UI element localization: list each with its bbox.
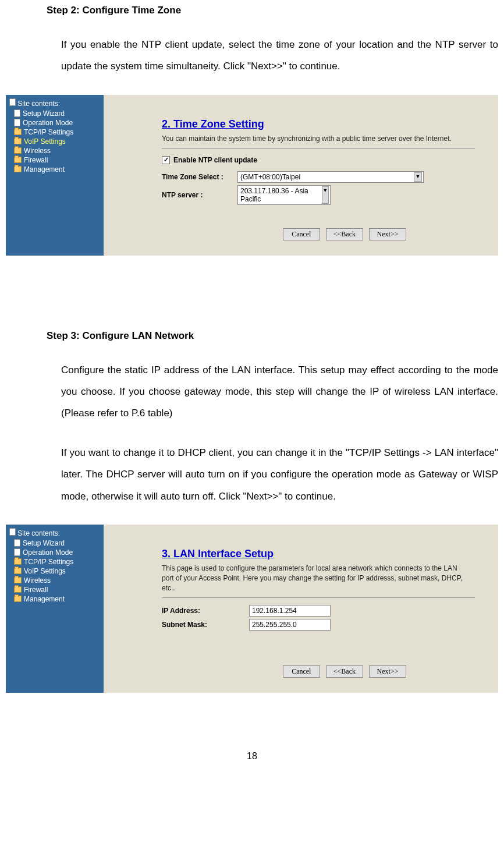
folder-icon	[14, 558, 22, 565]
sidebar-item-voip[interactable]: VoIP Settings	[8, 137, 101, 146]
sidebar-item-setup-wizard[interactable]: Setup Wizard	[8, 109, 101, 118]
cancel-button[interactable]: Cancel	[283, 228, 320, 240]
folder-icon	[14, 568, 22, 574]
chevron-down-icon: ▼	[414, 172, 422, 182]
sidebar-item-label: Wireless	[24, 147, 51, 155]
ntp-server-value: 203.117.180.36 - Asia Pacific	[240, 187, 320, 203]
sidebar-item-label: VoIP Settings	[24, 567, 66, 575]
step2-body: If you enable the NTP client update, sel…	[61, 34, 498, 77]
folder-icon	[14, 577, 22, 583]
ip-address-label: IP Address:	[162, 607, 249, 615]
separator	[162, 597, 475, 598]
next-button[interactable]: Next>>	[369, 228, 406, 240]
ntp-enable-checkbox[interactable]: ✓	[162, 156, 170, 164]
site-icon	[9, 528, 16, 536]
sidebar-item-label: Setup Wizard	[23, 539, 65, 547]
sidebar-item-label: Management	[24, 165, 65, 173]
subnet-mask-label: Subnet Mask:	[162, 621, 249, 629]
back-button[interactable]: <<Back	[326, 665, 363, 678]
sidebar-item-management[interactable]: Management	[8, 594, 101, 604]
panel-title: 2. Time Zone Setting	[162, 118, 475, 130]
site-icon	[9, 98, 16, 106]
sidebar-title-text: Site contents:	[17, 100, 60, 108]
next-button[interactable]: Next>>	[369, 665, 406, 678]
sidebar-item-setup-wizard[interactable]: Setup Wizard	[8, 539, 101, 548]
sidebar-item-wireless[interactable]: Wireless	[8, 146, 101, 155]
panel-desc: This page is used to configure the param…	[162, 564, 464, 593]
sidebar-item-firewall[interactable]: Firewall	[8, 155, 101, 165]
doc-icon	[14, 539, 20, 547]
folder-icon	[14, 147, 22, 154]
sidebar-item-tcpip[interactable]: TCP/IP Settings	[8, 128, 101, 137]
sidebar-item-wireless[interactable]: Wireless	[8, 576, 101, 585]
step2-title: Step 2: Configure Time Zone	[47, 5, 498, 16]
sidebar: Site contents: Setup Wizard Operation Mo…	[6, 525, 104, 693]
step3-title: Step 3: Configure LAN Network	[47, 330, 498, 342]
sidebar-item-label: TCP/IP Settings	[24, 558, 73, 566]
doc-icon	[14, 109, 20, 117]
screenshot-lan: Site contents: Setup Wizard Operation Mo…	[6, 525, 498, 693]
sidebar-item-management[interactable]: Management	[8, 165, 101, 174]
page-number: 18	[6, 751, 498, 773]
ntp-server-select[interactable]: 203.117.180.36 - Asia Pacific ▼	[237, 185, 331, 205]
panel-desc: You can maintain the system time by sync…	[162, 134, 464, 144]
cancel-button[interactable]: Cancel	[283, 665, 320, 678]
sidebar-title: Site contents:	[8, 528, 101, 537]
folder-icon	[14, 166, 22, 172]
screenshot-timezone: Site contents: Setup Wizard Operation Mo…	[6, 95, 498, 256]
sidebar-title-text: Site contents:	[17, 529, 60, 537]
sidebar-item-voip[interactable]: VoIP Settings	[8, 566, 101, 576]
folder-icon	[14, 138, 22, 144]
chevron-down-icon: ▼	[322, 186, 329, 204]
sidebar-item-label: Operation Mode	[23, 548, 73, 557]
folder-icon	[14, 596, 22, 602]
sidebar-item-label: Firewall	[24, 156, 48, 164]
doc-icon	[14, 548, 20, 556]
doc-icon	[14, 119, 20, 126]
folder-icon	[14, 586, 22, 593]
tz-select[interactable]: (GMT+08:00)Taipei ▼	[237, 171, 424, 183]
sidebar-item-label: Firewall	[24, 586, 48, 594]
sidebar-item-label: TCP/IP Settings	[24, 128, 73, 136]
sidebar-title: Site contents:	[8, 98, 101, 108]
step3-body1: Configure the static IP address of the L…	[61, 359, 498, 424]
sidebar-item-operation-mode[interactable]: Operation Mode	[8, 548, 101, 557]
folder-icon	[14, 129, 22, 135]
subnet-mask-input[interactable]: 255.255.255.0	[249, 619, 331, 631]
tz-select-value: (GMT+08:00)Taipei	[240, 173, 300, 181]
sidebar-item-label: Management	[24, 595, 65, 603]
timezone-panel: 2. Time Zone Setting You can maintain th…	[104, 95, 498, 256]
lan-panel: 3. LAN Interface Setup This page is used…	[104, 525, 498, 693]
sidebar-item-tcpip[interactable]: TCP/IP Settings	[8, 557, 101, 566]
ntp-server-label: NTP server :	[162, 191, 237, 199]
step3-body2: If you want to change it to DHCP client,…	[61, 442, 498, 507]
sidebar-item-label: Setup Wizard	[23, 109, 65, 118]
folder-icon	[14, 157, 22, 163]
tz-select-label: Time Zone Select :	[162, 173, 237, 181]
sidebar-item-label: Operation Mode	[23, 119, 73, 127]
sidebar-item-label: VoIP Settings	[24, 137, 66, 146]
sidebar-item-label: Wireless	[24, 576, 51, 585]
ip-address-input[interactable]: 192.168.1.254	[249, 605, 331, 617]
sidebar: Site contents: Setup Wizard Operation Mo…	[6, 95, 104, 256]
panel-title: 3. LAN Interface Setup	[162, 548, 475, 560]
separator	[162, 148, 475, 149]
sidebar-item-operation-mode[interactable]: Operation Mode	[8, 118, 101, 128]
ntp-enable-label: Enable NTP client update	[173, 156, 257, 164]
sidebar-item-firewall[interactable]: Firewall	[8, 585, 101, 594]
back-button[interactable]: <<Back	[326, 228, 363, 240]
